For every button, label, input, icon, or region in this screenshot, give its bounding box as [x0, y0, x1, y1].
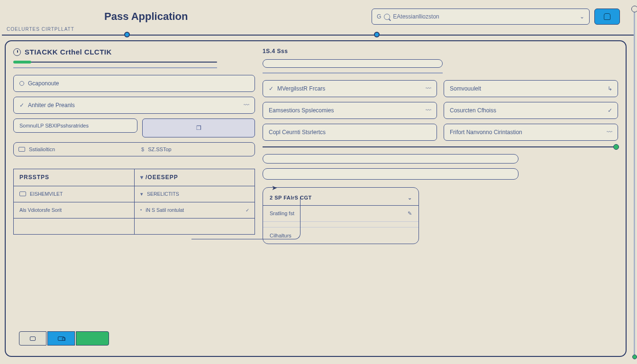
field-label: Anhiter de Preanls [28, 102, 75, 109]
search-icon [384, 14, 390, 20]
title-underline [13, 62, 217, 63]
mini-card: Sstialiolticn $ SZ.SSTop [13, 142, 255, 156]
row-icon [19, 191, 26, 196]
text-input-line[interactable] [263, 168, 519, 180]
chevron-down-icon: ⌄ [408, 195, 412, 201]
field-label: Gcaponoute [28, 80, 59, 87]
table-row-empty [13, 218, 134, 235]
scrollbar[interactable] [634, 9, 635, 357]
text-input-line[interactable] [263, 59, 443, 68]
confirm-button[interactable] [76, 331, 109, 346]
field-somnu[interactable]: SomnuILP SBXIPsshsratrides [13, 118, 137, 133]
field-label: Copl Ceurnti Stsrlertcs [269, 129, 326, 136]
check-icon: ✓ [19, 102, 24, 109]
header-progress [2, 35, 635, 36]
copy-button[interactable]: ❐ [142, 118, 255, 137]
cell-text: SERELICTITS [147, 191, 179, 197]
field-somvou[interactable]: Somvouulelt ↳ [444, 80, 618, 97]
field-mvergi[interactable]: ✓ MVergilsstR Frcars 〰 [263, 80, 437, 97]
panel-row[interactable]: Sratling fst ✎ [263, 206, 419, 222]
table-col-b: ▾ /OEESEPP ▾ SERELICTITS • iN S Satil ro… [134, 169, 255, 235]
notifications-button[interactable] [594, 9, 620, 25]
header: Pass Application G EAtessianlliozston ⌄ [0, 0, 637, 27]
main-frame: STIACKK Crthel CLCTIK Gcaponoute ✓ Anhit… [5, 40, 627, 357]
two-col-table: PRSSTPS EISHEMVILET Als Vdiotorsfe Sorit… [13, 169, 255, 235]
panel-title: 2 SP FAlrS CGT [270, 195, 312, 200]
search-input[interactable]: G EAtessianlliozston ⌄ [372, 9, 590, 25]
field-cosurcten[interactable]: Cosurcten Cfhoiss ✓ [444, 102, 618, 119]
primary-button[interactable] [47, 331, 75, 346]
table-row[interactable]: EISHEMVILET [13, 186, 134, 202]
left-section-text: STIACKK Crthel CLCTIK [25, 48, 112, 56]
check-icon: ✓ [608, 107, 612, 114]
field-label: Eamsestiors Spslecomies [269, 107, 334, 114]
table-col-a: PRSSTPS EISHEMVILET Als Vdiotorsfe Sorit [13, 169, 134, 235]
divider [13, 67, 217, 68]
panel-header[interactable]: 2 SP FAlrS CGT ⌄ [263, 191, 419, 206]
field-anhiter[interactable]: ✓ Anhiter de Preanls 〰 [13, 97, 255, 114]
mini-cell-b[interactable]: $ SZ.SSTop [141, 146, 250, 152]
right-section-number: 1S.4 Sss [263, 48, 618, 55]
pointer-icon: ➤ [272, 184, 276, 189]
check-icon: ✓ [246, 208, 249, 213]
panel-row[interactable]: Cilhalturs [263, 228, 419, 244]
clock-icon [13, 48, 21, 56]
table-row[interactable]: ▾ SERELICTITS [134, 186, 255, 202]
cell-text: Als Vdiotorsfe Sorit [19, 207, 62, 213]
mini-label: Sstialiolticn [29, 146, 55, 152]
inner-panel: ➤ 2 SP FAlrS CGT ⌄ Sratling fst ✎ Cilhal… [263, 187, 419, 244]
chevron-icon: ▾ [140, 174, 144, 181]
table-row[interactable]: Als Vdiotorsfe Sorit [13, 202, 134, 218]
field-row: Eamsestiors Spslecomies 〰 Cosurcten Cfho… [263, 102, 618, 119]
right-progress [263, 146, 618, 147]
mini-label: SZ.SSTop [148, 146, 172, 152]
row-text: Sratling fst [270, 210, 294, 216]
breadcrumb: COELURTES CIRTPLLATT [0, 27, 637, 34]
card-icon [18, 147, 25, 152]
panel-gap [263, 222, 419, 228]
radio-icon [19, 81, 24, 86]
field-label: SomnuILP SBXIPsshsratrides [19, 123, 89, 128]
text-input-line[interactable] [263, 154, 519, 164]
progress-end-dot [613, 144, 619, 150]
field-row: Copl Ceurnti Stsrlertcs Frifort Nanvonno… [263, 124, 618, 141]
cell-text: EISHEMVILET [30, 191, 63, 197]
progress-dot[interactable] [374, 32, 380, 37]
squiggle-icon: ↳ [608, 85, 612, 92]
field-gcaponoute[interactable]: Gcaponoute [13, 75, 255, 92]
header-text: /OEESEPP [146, 174, 178, 181]
table-header-a: PRSSTPS [13, 169, 134, 186]
page-title: Pass Application [104, 10, 188, 23]
field-label: Somvouulelt [450, 85, 481, 92]
table-row[interactable]: • iN S Satil rontulat ✓ [134, 202, 255, 218]
table-header-b: ▾ /OEESEPP [134, 169, 255, 186]
check-icon: ✓ [269, 85, 273, 92]
edit-icon: ✎ [408, 210, 412, 217]
progress-dot[interactable] [124, 32, 130, 37]
mini-cell-a[interactable]: Sstialiolticn [18, 146, 127, 152]
right-column: 1S.4 Sss ✓ MVergilsstR Frcars 〰 Somvouul… [263, 48, 618, 349]
divider [263, 73, 443, 73]
field-row: ✓ MVergilsstR Frcars 〰 Somvouulelt ↳ [263, 80, 618, 97]
squiggle-icon: 〰 [244, 102, 249, 109]
copy-icon: ❐ [196, 125, 201, 131]
squiggle-icon: 〰 [426, 85, 431, 92]
squiggle-icon: 〰 [426, 107, 431, 114]
scroll-bottom-knob[interactable] [632, 355, 637, 359]
left-column: STIACKK Crthel CLCTIK Gcaponoute ✓ Anhit… [13, 48, 255, 349]
field-copl[interactable]: Copl Ceurnti Stsrlertcs [263, 124, 437, 141]
bell-icon [604, 13, 610, 20]
field-label: Cosurcten Cfhoiss [450, 107, 496, 114]
squiggle-icon: 〰 [607, 129, 612, 136]
search-placeholder: EAtessianlliozston [393, 13, 439, 20]
dollar-icon: $ [141, 146, 144, 152]
left-section-title: STIACKK Crthel CLCTIK [13, 48, 255, 56]
scroll-top-knob[interactable] [631, 6, 637, 12]
field-frifort[interactable]: Frifort Nanvonno Cirintastion 〰 [444, 124, 618, 141]
chevron-icon: ▾ [140, 191, 143, 197]
cell-text: iN S Satil rontulat [146, 207, 184, 213]
cards-icon [58, 337, 64, 341]
field-eamsest[interactable]: Eamsestiors Spslecomies 〰 [263, 102, 437, 119]
back-button[interactable] [19, 331, 46, 346]
row-text: Cilhalturs [270, 233, 291, 238]
